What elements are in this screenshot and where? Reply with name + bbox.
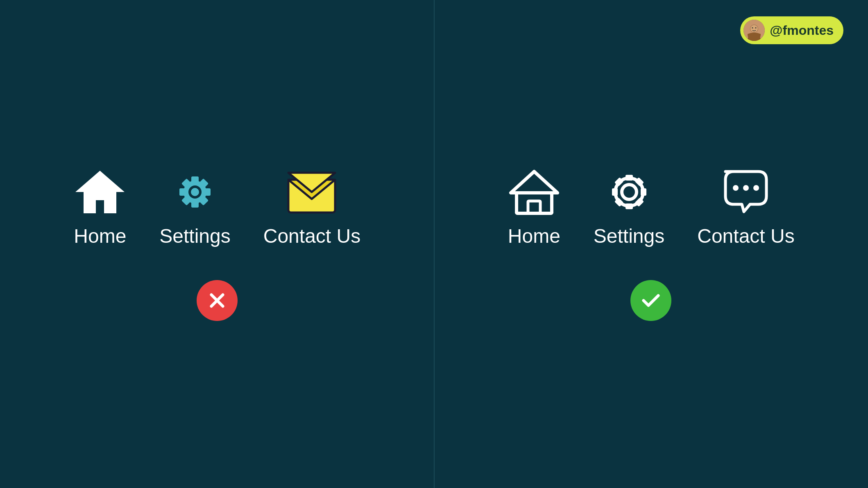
right-status-area bbox=[630, 280, 671, 321]
settings-outline-icon bbox=[603, 167, 656, 217]
svg-point-9 bbox=[191, 188, 199, 196]
right-contact-label: Contact Us bbox=[697, 225, 794, 247]
svg-rect-24 bbox=[528, 201, 540, 213]
settings-icon bbox=[168, 167, 222, 217]
svg-rect-31 bbox=[641, 188, 646, 196]
left-home-label: Home bbox=[74, 225, 126, 247]
svg-point-39 bbox=[753, 185, 759, 191]
svg-rect-32 bbox=[612, 188, 618, 196]
svg-rect-29 bbox=[626, 175, 633, 181]
right-panel: Home bbox=[434, 0, 868, 488]
svg-point-28 bbox=[622, 185, 637, 199]
left-nav-item-home[interactable]: Home bbox=[73, 167, 127, 247]
svg-marker-6 bbox=[75, 171, 125, 213]
right-nav-item-settings[interactable]: Settings bbox=[594, 167, 664, 247]
svg-rect-10 bbox=[191, 176, 199, 183]
left-nav-item-settings[interactable]: Settings bbox=[159, 167, 230, 247]
home-icon bbox=[73, 167, 127, 217]
left-nav-icons: Home bbox=[73, 167, 360, 247]
right-settings-label: Settings bbox=[594, 225, 664, 247]
contact-icon bbox=[285, 167, 338, 217]
wrong-badge bbox=[197, 280, 238, 321]
left-contact-label: Contact Us bbox=[263, 225, 360, 247]
left-panel-content: Home bbox=[73, 167, 360, 321]
svg-rect-13 bbox=[179, 188, 186, 196]
right-nav-item-contact[interactable]: Contact Us bbox=[697, 167, 794, 247]
left-settings-label: Settings bbox=[159, 225, 230, 247]
left-nav-item-contact[interactable]: Contact Us bbox=[263, 167, 360, 247]
right-nav-icons: Home bbox=[508, 167, 795, 247]
svg-rect-30 bbox=[626, 203, 633, 209]
svg-point-38 bbox=[743, 185, 749, 191]
left-panel: Home bbox=[0, 0, 434, 488]
svg-point-37 bbox=[733, 185, 739, 191]
svg-rect-11 bbox=[191, 201, 199, 208]
right-home-label: Home bbox=[508, 225, 560, 247]
svg-rect-23 bbox=[517, 193, 552, 213]
contact-outline-icon bbox=[719, 167, 773, 217]
home-outline-icon bbox=[508, 167, 561, 217]
svg-rect-12 bbox=[204, 188, 211, 196]
left-status-area bbox=[197, 280, 238, 321]
right-nav-item-home[interactable]: Home bbox=[508, 167, 561, 247]
correct-badge bbox=[630, 280, 671, 321]
right-panel-content: Home bbox=[508, 167, 795, 321]
